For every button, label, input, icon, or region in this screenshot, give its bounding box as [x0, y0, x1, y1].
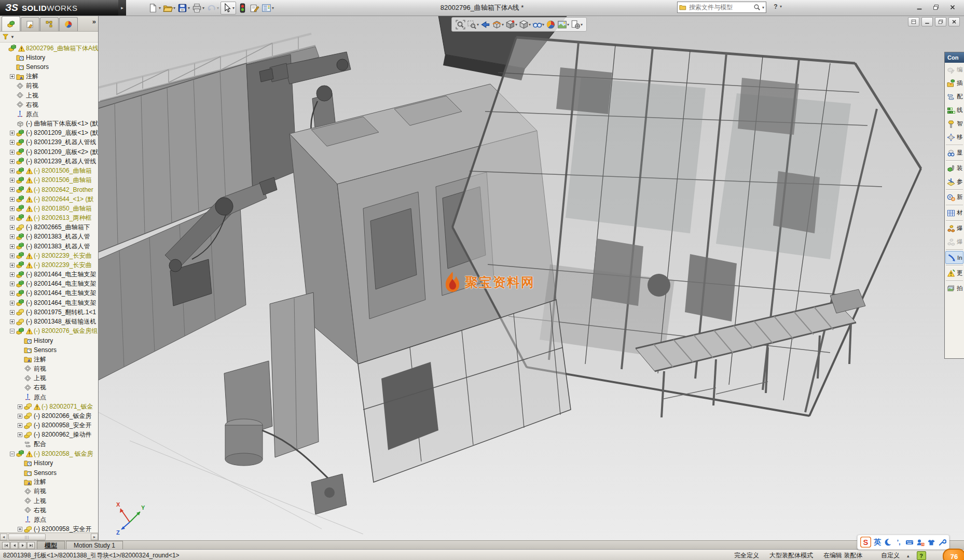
dropdown-arrow-icon[interactable]: ▾	[173, 6, 175, 10]
dropdown-arrow-icon[interactable]: ▾	[529, 22, 531, 27]
new-file-button[interactable]: ▾	[148, 2, 161, 14]
expand-toggle[interactable]	[10, 187, 15, 192]
tree-item[interactable]: (-) 82001209_底板<2> (默	[0, 147, 98, 157]
undo-button[interactable]: ▾	[206, 2, 219, 14]
tree-item[interactable]: (-) 82002239_长安曲	[0, 251, 98, 260]
scroll-right-button[interactable]: ▸	[91, 534, 98, 540]
save-button[interactable]: ▾	[177, 2, 190, 14]
expand-toggle[interactable]	[10, 225, 15, 230]
tab-displaymanager[interactable]	[59, 17, 78, 31]
minimize-button[interactable]	[913, 2, 926, 12]
tree-item[interactable]: 右视	[0, 506, 98, 515]
section-view-button[interactable]: ▾	[492, 20, 504, 30]
print-button[interactable]: ▾	[191, 2, 205, 14]
tree-item[interactable]: (-) 82002642_Brother	[0, 185, 98, 194]
previous-view-button[interactable]	[480, 20, 490, 30]
tree-item[interactable]: 前视	[0, 364, 98, 373]
expand-toggle[interactable]	[10, 234, 15, 239]
tree-item[interactable]: (-) 82001239_机器人管线	[0, 138, 98, 147]
sogou-logo-icon[interactable]: S	[860, 537, 871, 548]
doc-minimize-button[interactable]	[921, 17, 933, 26]
tree-item[interactable]: (-) 82001464_电主轴支架	[0, 270, 98, 279]
hide-show-items-button[interactable]: ▾	[532, 20, 544, 30]
tree-item[interactable]: Sensors	[0, 468, 98, 477]
tree-item[interactable]: (-) 82001348_板链输送机	[0, 317, 98, 326]
tree-item[interactable]: (-) 82001464_电主轴支架	[0, 289, 98, 298]
tree-item[interactable]: (-) 82001464_电主轴支架	[0, 298, 98, 307]
status-help-icon[interactable]: ?	[917, 551, 926, 560]
close-button[interactable]	[946, 2, 959, 12]
tree-item[interactable]: (-) 82000962_操动件	[0, 430, 98, 440]
expand-toggle[interactable]	[10, 150, 15, 155]
search-box[interactable]: ▾	[677, 2, 766, 13]
bom-button[interactable]: 材	[945, 206, 963, 219]
tree-item[interactable]: 原点	[0, 393, 98, 402]
edit-appearance-button[interactable]	[546, 20, 556, 30]
take-snapshot-button[interactable]: 拍	[945, 282, 963, 295]
expand-toggle[interactable]	[10, 272, 15, 277]
tree-item[interactable]: (-) 82002239_长安曲	[0, 260, 98, 270]
dropdown-arrow-icon[interactable]: ▾	[477, 22, 479, 27]
tree-item[interactable]: A注解	[0, 355, 98, 364]
punctuation-icon[interactable]: ’,	[894, 538, 903, 547]
insert-component-button[interactable]: 插	[945, 77, 963, 90]
filter-dropdown-arrow[interactable]: ▼	[10, 35, 15, 39]
help-dropdown-arrow[interactable]: ▾	[780, 4, 782, 9]
expand-toggle[interactable]	[10, 178, 15, 183]
mate-button[interactable]: 配	[945, 90, 963, 103]
tree-item[interactable]: (-) 82002071_钣金	[0, 402, 98, 411]
tree-item[interactable]: 原点	[0, 515, 98, 524]
expand-toggle[interactable]	[10, 197, 15, 202]
scroll-left-button[interactable]: ◂	[0, 534, 7, 540]
tab-nav-prev-button[interactable]	[10, 542, 18, 549]
show-hidden-button[interactable]: 显	[945, 146, 963, 159]
tree-item[interactable]: Sensors	[0, 345, 98, 355]
tree-item[interactable]: (-) 82002076_钣金房组	[0, 327, 98, 336]
options-list-button[interactable]: ▾	[261, 2, 274, 14]
dropdown-arrow-icon[interactable]: ▾	[567, 22, 569, 27]
soft-keyboard-icon[interactable]	[905, 538, 914, 547]
select-cursor-button[interactable]: ▾	[221, 2, 236, 15]
tree-item[interactable]: 上视	[0, 374, 98, 383]
tree-item[interactable]: (-) 82001239_机器人管线	[0, 157, 98, 166]
expand-toggle[interactable]	[10, 301, 15, 305]
dropdown-arrow-icon[interactable]: ▾	[217, 6, 219, 10]
expand-toggle[interactable]	[18, 527, 22, 531]
tree-item[interactable]: (-) 82001383_机器人管	[0, 232, 98, 242]
tree-item[interactable]: (-) 82001464_电主轴支架	[0, 279, 98, 289]
expand-toggle[interactable]	[10, 329, 15, 333]
doc-restore-button[interactable]	[935, 17, 946, 26]
tab-featuremanager[interactable]	[2, 16, 20, 31]
profile-25-icon[interactable]: 25	[916, 538, 925, 547]
search-input[interactable]	[688, 3, 752, 11]
skin-icon[interactable]	[927, 538, 935, 547]
graphics-viewport[interactable]: 聚宝资料网 X Y Z	[0, 16, 964, 540]
smart-fastener-button[interactable]: 智	[945, 117, 963, 130]
tab-nav-next-button[interactable]	[19, 542, 26, 549]
tree-item[interactable]: A注解	[0, 72, 98, 81]
doc-close-button[interactable]	[948, 17, 960, 26]
dropdown-arrow-icon[interactable]: ▾	[159, 6, 161, 10]
expand-toggle[interactable]	[10, 131, 15, 135]
help-button[interactable]: ? ▾	[772, 2, 782, 10]
expand-toggle[interactable]	[10, 169, 15, 173]
reference-geometry-button[interactable]: 参	[945, 175, 963, 188]
tree-item[interactable]: (-) 82001506_曲轴箱	[0, 176, 98, 185]
open-file-button[interactable]: ▾	[162, 2, 176, 14]
edit-component-button[interactable]: 编	[945, 63, 963, 76]
expand-toggle[interactable]	[10, 159, 15, 164]
tree-item[interactable]: 上视	[0, 496, 98, 506]
menu-flyout-arrow[interactable]: ▸	[118, 0, 126, 16]
tree-item[interactable]: (-) 82002644_<1> (默	[0, 194, 98, 204]
expand-toggle[interactable]	[18, 404, 22, 409]
tree-item[interactable]: (-) 82002665_曲轴箱下	[0, 223, 98, 232]
update-button[interactable]: 更	[945, 267, 963, 279]
expand-toggle[interactable]	[10, 310, 15, 315]
tree-item[interactable]: (-) 82001850_曲轴箱	[0, 204, 98, 213]
new-motion-study-button[interactable]: 新	[945, 191, 963, 204]
exploded-view-button[interactable]: 爆	[945, 222, 963, 235]
tab-motion-study-1[interactable]: Motion Study 1	[66, 541, 123, 550]
expand-toggle[interactable]	[10, 206, 15, 211]
tree-item[interactable]: 右视	[0, 383, 98, 393]
move-component-button[interactable]: 移	[945, 131, 963, 144]
